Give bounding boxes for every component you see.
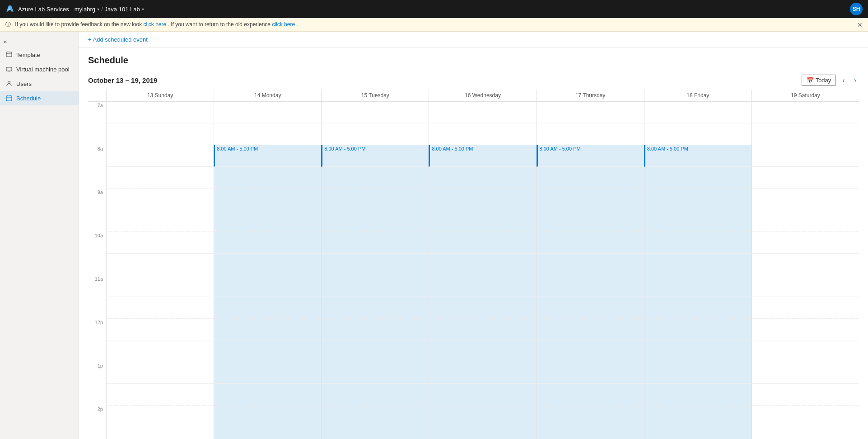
add-event-button[interactable]: + Add scheduled event	[88, 36, 148, 43]
workspace-chevron-icon: ▾	[97, 7, 99, 12]
next-week-button[interactable]: ›	[851, 76, 859, 85]
schedule-header: Schedule	[79, 48, 868, 75]
cal-cell-row11-day5	[644, 340, 751, 362]
cal-cell-row6-day3	[429, 232, 536, 254]
sidebar-item-schedule[interactable]: Schedule	[0, 91, 79, 105]
sidebar-item-template[interactable]: Template	[0, 47, 79, 62]
time-label-9	[88, 297, 106, 319]
cal-cell-row14-day4	[537, 406, 644, 427]
cal-cell-row11-day6	[751, 340, 859, 362]
calendar-scroll[interactable]: 7a8a8:00 AM - 5:00 PM8:00 AM - 5:00 PM8:…	[88, 102, 859, 439]
cal-cell-row5-day6	[751, 210, 859, 232]
sidebar-collapse-button[interactable]: «	[0, 35, 79, 47]
day-header-wed: 16 Wednesday	[429, 90, 536, 101]
today-button[interactable]: 📅 Today	[802, 75, 836, 86]
cal-cell-row1-day6	[751, 123, 859, 145]
cal-cell-row9-day5	[644, 297, 751, 319]
time-label-7	[88, 254, 106, 275]
cal-cell-row14-day3	[429, 406, 536, 427]
time-label-12: 1p	[88, 362, 106, 384]
infobar-text-after: .	[296, 21, 298, 28]
breadcrumb-lab[interactable]: Java 101 Lab ▾	[105, 6, 144, 13]
cal-cell-row8-day2	[321, 275, 429, 297]
cal-cell-row6-day0	[106, 232, 214, 254]
day-header-mon: 14 Monday	[214, 90, 321, 101]
cal-cell-row11-day0	[106, 340, 214, 362]
cal-cell-row5-day1	[214, 210, 321, 232]
cal-cell-row9-day3	[429, 297, 536, 319]
cal-cell-row0-day5	[644, 102, 751, 123]
cal-cell-row3-day5	[644, 167, 751, 189]
cal-cell-row3-day4	[537, 167, 644, 189]
cal-cell-row8-day6	[751, 275, 859, 297]
cal-cell-row5-day4	[537, 210, 644, 232]
day-header-sat: 19 Saturday	[751, 90, 859, 101]
cal-cell-row10-day3	[429, 319, 536, 340]
cal-cell-row10-day2	[321, 319, 429, 340]
cal-cell-row14-day6	[751, 406, 859, 427]
day-header-tue: 15 Tuesday	[321, 90, 429, 101]
breadcrumb-workspace[interactable]: mylabrg ▾	[75, 6, 99, 13]
cal-cell-row7-day1	[214, 254, 321, 275]
collapse-icon: «	[4, 38, 7, 45]
main-layout: « Template Virtual machine pool Users Sc…	[0, 32, 868, 439]
cal-cell-row15-day2	[321, 427, 429, 439]
time-label-0: 7a	[88, 102, 106, 123]
cal-cell-row5-day0	[106, 210, 214, 232]
cal-cell-row12-day1	[214, 362, 321, 384]
breadcrumb-sep: /	[101, 6, 103, 13]
sidebar-item-vm-pool[interactable]: Virtual machine pool	[0, 62, 79, 76]
cal-cell-row5-day3	[429, 210, 536, 232]
cal-cell-row2-day3: 8:00 AM - 5:00 PM	[429, 145, 536, 167]
cal-cell-row3-day6	[751, 167, 859, 189]
cal-cell-row4-day1	[214, 189, 321, 210]
cal-cell-row4-day0	[106, 189, 214, 210]
cal-cell-row15-day4	[537, 427, 644, 439]
infobar-link2[interactable]: click here	[272, 21, 295, 28]
cal-cell-row8-day3	[429, 275, 536, 297]
cal-cell-row4-day6	[751, 189, 859, 210]
cal-cell-row12-day5	[644, 362, 751, 384]
cal-cell-row10-day0	[106, 319, 214, 340]
today-calendar-icon: 📅	[807, 77, 814, 84]
cal-cell-row11-day2	[321, 340, 429, 362]
prev-week-button[interactable]: ‹	[840, 76, 847, 85]
time-label-5	[88, 210, 106, 232]
cal-cell-row4-day2	[321, 189, 429, 210]
today-label: Today	[816, 77, 831, 84]
event-time-label-day3: 8:00 AM - 5:00 PM	[430, 145, 536, 152]
cal-cell-row2-day5: 8:00 AM - 5:00 PM	[644, 145, 751, 167]
infobar-link1[interactable]: click here	[144, 21, 167, 28]
svg-rect-2	[6, 67, 12, 71]
time-label-6: 10a	[88, 232, 106, 254]
cal-cell-row10-day6	[751, 319, 859, 340]
cal-cell-row5-day5	[644, 210, 751, 232]
cal-cell-row3-day1	[214, 167, 321, 189]
time-label-4: 9a	[88, 189, 106, 210]
sidebar: « Template Virtual machine pool Users Sc…	[0, 32, 79, 439]
cal-cell-row8-day0	[106, 275, 214, 297]
cal-cell-row6-day5	[644, 232, 751, 254]
day-header-fri: 18 Friday	[644, 90, 751, 101]
infobar-close-button[interactable]: ✕	[857, 21, 863, 28]
time-label-15	[88, 427, 106, 439]
time-label-8: 11a	[88, 275, 106, 297]
lab-label: Java 101 Lab	[105, 6, 140, 13]
cal-cell-row0-day4	[537, 102, 644, 123]
topnav: Azure Lab Services ​ mylabrg ▾ / Java 10…	[0, 0, 868, 18]
cal-cell-row9-day2	[321, 297, 429, 319]
users-icon	[5, 80, 13, 87]
cal-cell-row2-day4: 8:00 AM - 5:00 PM	[537, 145, 644, 167]
cal-cell-row15-day5	[644, 427, 751, 439]
cal-cell-row6-day2	[321, 232, 429, 254]
sidebar-item-users[interactable]: Users	[0, 76, 79, 91]
user-avatar[interactable]: SH	[850, 3, 863, 15]
breadcrumb: ​ mylabrg ▾ / Java 101 Lab ▾	[73, 6, 144, 13]
cal-cell-row13-day3	[429, 384, 536, 406]
cal-cell-row10-day4	[537, 319, 644, 340]
cal-cell-row0-day6	[751, 102, 859, 123]
cal-cell-row7-day4	[537, 254, 644, 275]
cal-cell-row11-day4	[537, 340, 644, 362]
content-area: + Add scheduled event Schedule October 1…	[79, 32, 868, 439]
cal-cell-row0-day2	[321, 102, 429, 123]
